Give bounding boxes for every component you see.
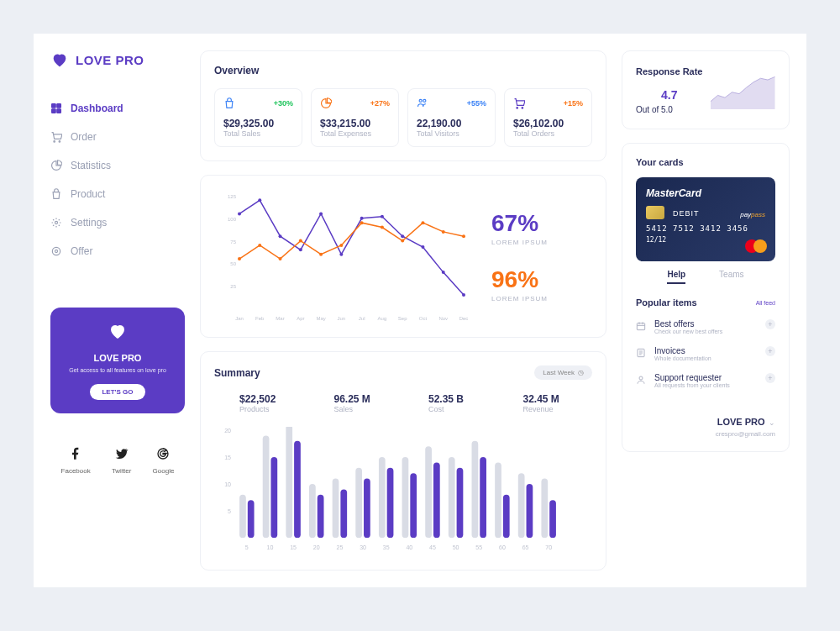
nav-item-statistics[interactable]: Statistics bbox=[50, 160, 185, 171]
svg-point-43 bbox=[238, 257, 241, 260]
svg-rect-2 bbox=[52, 109, 56, 113]
svg-text:20: 20 bbox=[313, 544, 320, 550]
popular-item[interactable]: InvoicesWhole documentation+ bbox=[636, 346, 775, 361]
svg-rect-80 bbox=[402, 457, 409, 538]
plus-icon[interactable]: + bbox=[765, 346, 775, 356]
svg-rect-60 bbox=[248, 500, 255, 538]
popular-item[interactable]: Support requesterAll requests from your … bbox=[636, 373, 775, 388]
nav-item-offer[interactable]: Offer bbox=[50, 245, 185, 257]
svg-point-40 bbox=[421, 245, 424, 249]
social-twitter[interactable]: Twitter bbox=[112, 447, 132, 475]
mastercard-icon bbox=[745, 239, 767, 253]
svg-text:10: 10 bbox=[267, 544, 274, 550]
svg-text:35: 35 bbox=[383, 544, 390, 550]
kpi-icon bbox=[417, 97, 428, 109]
nav-item-product[interactable]: Product bbox=[50, 188, 185, 200]
tabs: Help Teams bbox=[636, 270, 775, 284]
kpi-icon bbox=[320, 97, 332, 109]
svg-rect-74 bbox=[355, 468, 362, 538]
area-chart bbox=[711, 65, 775, 115]
svg-point-31 bbox=[238, 212, 241, 215]
svg-text:60: 60 bbox=[499, 544, 506, 550]
popular-title: Popular items bbox=[636, 297, 697, 308]
credit-card[interactable]: MasterCard DEBIT 5412 7512 3412 3456 12/… bbox=[636, 177, 775, 261]
cc-type: DEBIT bbox=[673, 209, 700, 218]
svg-rect-75 bbox=[364, 479, 370, 538]
tab-help[interactable]: Help bbox=[667, 270, 685, 284]
metric-revenue: 32.45 MRevenue bbox=[523, 393, 593, 413]
cards-title: Your cards bbox=[636, 157, 775, 167]
svg-point-8 bbox=[55, 250, 57, 252]
svg-point-5 bbox=[59, 141, 60, 143]
kpi-icon bbox=[223, 97, 235, 109]
heart-icon bbox=[50, 50, 69, 69]
all-feed-link[interactable]: All feed bbox=[756, 300, 775, 306]
nav-item-dashboard[interactable]: Dashboard bbox=[50, 103, 185, 114]
nav: DashboardOrderStatisticsProductSettingsO… bbox=[50, 103, 185, 257]
cc-number: 5412 7512 3412 3456 bbox=[646, 224, 765, 233]
svg-rect-87 bbox=[457, 468, 464, 538]
response-title: Response Rate bbox=[636, 66, 702, 76]
profile[interactable]: LOVE PRO ⌄ crespro@gmail.com bbox=[636, 413, 775, 438]
logo[interactable]: LOVE PRO bbox=[50, 50, 185, 69]
svg-point-48 bbox=[339, 244, 343, 247]
main: Overview +30%$29,325.00Total Sales+27%$3… bbox=[200, 50, 606, 571]
social-facebook[interactable]: Facebook bbox=[61, 447, 91, 475]
svg-point-36 bbox=[339, 253, 343, 256]
chart-stats: 67% LOREM IPSUM 96% LOREM IPSUM bbox=[491, 189, 592, 323]
response-card: Response Rate 4.7 Out of 5.0 bbox=[622, 50, 790, 129]
popular-item[interactable]: Best offersCheck our new best offers+ bbox=[636, 319, 775, 334]
svg-point-33 bbox=[279, 234, 282, 238]
metric-cost: 52.35 BCost bbox=[428, 393, 498, 413]
svg-rect-99 bbox=[549, 500, 556, 538]
chip-icon bbox=[646, 206, 664, 219]
google-icon bbox=[156, 447, 170, 460]
clock-icon: ◷ bbox=[578, 369, 584, 376]
svg-rect-83 bbox=[425, 446, 432, 538]
svg-rect-3 bbox=[57, 109, 61, 113]
social-google[interactable]: Google bbox=[153, 447, 175, 475]
svg-point-6 bbox=[55, 221, 57, 223]
svg-text:50: 50 bbox=[230, 261, 236, 266]
metric-products: $22,502Products bbox=[239, 393, 309, 413]
summary-title: Summary bbox=[214, 367, 260, 379]
svg-rect-0 bbox=[52, 104, 56, 108]
kpi-total-visitors: +55%22,190.00Total Visitors bbox=[407, 88, 496, 147]
kpi-icon bbox=[513, 97, 525, 109]
svg-point-4 bbox=[54, 141, 55, 143]
plus-icon[interactable]: + bbox=[765, 373, 775, 383]
svg-rect-77 bbox=[379, 457, 386, 538]
nav-item-settings[interactable]: Settings bbox=[50, 217, 185, 229]
tab-teams[interactable]: Teams bbox=[719, 270, 743, 284]
svg-point-32 bbox=[258, 198, 261, 202]
promo-card: LOVE PRO Get access to all features on l… bbox=[50, 308, 185, 413]
svg-text:Jul: Jul bbox=[359, 316, 365, 321]
logo-text: LOVE PRO bbox=[76, 53, 144, 67]
summary-metrics: $22,502Products96.25 MSales52.35 BCost32… bbox=[214, 393, 592, 413]
line-chart: 255075100125JanFebMarAprMayJunJulAugSepO… bbox=[214, 189, 475, 323]
kpi-row: +30%$29,325.00Total Sales+27%$33,215.00T… bbox=[214, 88, 592, 147]
svg-point-34 bbox=[299, 248, 302, 251]
plus-icon[interactable]: + bbox=[765, 319, 775, 329]
popular-list: Best offersCheck our new best offers+Inv… bbox=[636, 319, 775, 388]
svg-text:15: 15 bbox=[290, 544, 297, 550]
svg-text:5: 5 bbox=[228, 508, 231, 514]
nav-item-order[interactable]: Order bbox=[50, 131, 185, 143]
svg-rect-96 bbox=[527, 484, 533, 538]
period-selector[interactable]: Last Week ◷ bbox=[534, 365, 592, 380]
trend-card: 255075100125JanFebMarAprMayJunJulAugSepO… bbox=[200, 175, 606, 338]
svg-rect-69 bbox=[318, 495, 324, 538]
svg-point-41 bbox=[442, 271, 445, 274]
svg-text:Jun: Jun bbox=[338, 316, 346, 321]
svg-text:Nov: Nov bbox=[438, 316, 448, 321]
svg-text:25: 25 bbox=[230, 284, 236, 289]
response-out: Out of 5.0 bbox=[636, 105, 702, 114]
svg-text:25: 25 bbox=[336, 544, 343, 550]
svg-point-103 bbox=[639, 376, 643, 380]
svg-text:65: 65 bbox=[522, 544, 529, 550]
svg-rect-63 bbox=[270, 457, 277, 538]
item-icon bbox=[636, 321, 646, 331]
promo-button[interactable]: LET'S GO bbox=[90, 384, 144, 400]
metric-sales: 96.25 MSales bbox=[334, 393, 404, 413]
svg-point-12 bbox=[517, 108, 518, 109]
